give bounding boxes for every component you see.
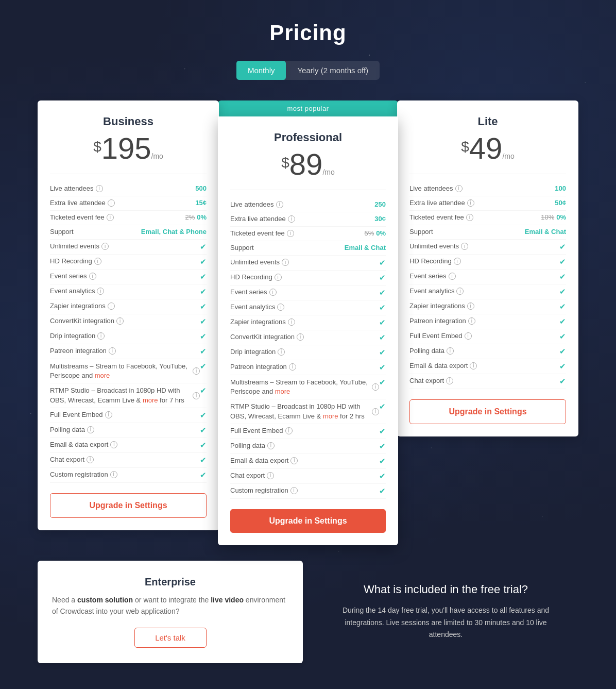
lite-full-embed-info[interactable]: i xyxy=(465,332,472,340)
patreon-info[interactable]: i xyxy=(109,347,116,355)
lite-chat-export-info[interactable]: i xyxy=(446,377,453,384)
pro-custom-reg-info[interactable]: i xyxy=(290,487,298,494)
business-ticket-old-fee: 2% xyxy=(185,213,195,221)
lite-hd-info[interactable]: i xyxy=(454,258,461,265)
lets-talk-button[interactable]: Let's talk xyxy=(134,628,207,648)
pro-polling-info[interactable]: i xyxy=(267,442,275,449)
lite-extra-attendee-value: 50¢ xyxy=(555,199,566,207)
pro-multistreams-info[interactable]: i xyxy=(372,383,379,391)
pro-rtmp-info[interactable]: i xyxy=(372,408,379,415)
lite-zapier-info[interactable]: i xyxy=(467,303,474,310)
pro-chat-export: Chat exporti ✔ xyxy=(230,469,386,484)
zapier-info[interactable]: i xyxy=(108,303,115,310)
free-trial-description: During the 14 day free trial, you'll hav… xyxy=(328,604,564,641)
pro-extra-attendee-info[interactable]: i xyxy=(288,215,295,223)
business-ticket-fee-label: Ticketed event fee i xyxy=(50,213,185,222)
pro-full-embed-info[interactable]: i xyxy=(285,427,293,434)
business-full-embed: Full Event Embedi ✔ xyxy=(50,408,207,423)
pro-event-analytics-info[interactable]: i xyxy=(277,304,284,311)
convertkit-info[interactable]: i xyxy=(116,317,124,325)
pro-live-attendees-info[interactable]: i xyxy=(276,201,283,208)
lite-live-attendees-info[interactable]: i xyxy=(455,185,463,192)
business-support-value: Email, Chat & Phone xyxy=(141,228,207,236)
lite-event-series-info[interactable]: i xyxy=(449,273,456,280)
event-series-info[interactable]: i xyxy=(89,273,96,280)
event-analytics-info[interactable]: i xyxy=(97,288,104,295)
drip-info[interactable]: i xyxy=(97,332,105,340)
business-multistreams: Multistreams – Stream to Facebook, YouTu… xyxy=(50,359,207,383)
lite-event-analytics-info[interactable]: i xyxy=(456,288,464,295)
lite-ticket-old-fee: 10% xyxy=(541,213,554,221)
business-support-label: Support xyxy=(50,228,141,237)
hd-recording-info[interactable]: i xyxy=(94,258,101,265)
lite-full-embed: Full Event Embedi ✔ xyxy=(409,329,566,344)
live-attendees-info-icon[interactable]: i xyxy=(96,185,103,192)
chat-export-info[interactable]: i xyxy=(87,456,94,463)
business-upgrade-button[interactable]: Upgrade in Settings xyxy=(50,493,207,518)
check-zapier: ✔ xyxy=(200,302,207,311)
rtmp-info[interactable]: i xyxy=(193,392,200,399)
pro-unlimited-events-info[interactable]: i xyxy=(282,259,289,266)
rtmp-more-link-business[interactable]: more xyxy=(143,396,158,404)
lite-ticket-fee-info[interactable]: i xyxy=(466,214,473,221)
pro-multistreams: Multistreams – Stream to Facebook, YouTu… xyxy=(230,375,386,399)
lite-zapier: Zapier integrationsi ✔ xyxy=(409,299,566,314)
email-export-info[interactable]: i xyxy=(110,441,117,448)
polling-info[interactable]: i xyxy=(87,426,94,433)
pro-convertkit-info[interactable]: i xyxy=(297,333,304,341)
lite-features: Live attendees i 100 Extra live attendee… xyxy=(409,174,566,389)
multistreams-more-link[interactable]: more xyxy=(95,372,110,379)
pro-multistreams-more[interactable]: more xyxy=(275,388,290,395)
business-polling: Polling datai ✔ xyxy=(50,423,207,438)
monthly-button[interactable]: Monthly xyxy=(236,61,286,80)
lite-extra-attendee-info[interactable]: i xyxy=(467,199,474,207)
pro-support-row: Support Email & Chat xyxy=(230,241,386,256)
pro-drip-info[interactable]: i xyxy=(278,348,285,356)
pro-event-series: Event seriesi ✔ xyxy=(230,285,386,300)
check-multistreams: ✔ xyxy=(200,362,207,371)
lite-email-export-info[interactable]: i xyxy=(470,362,477,369)
lite-event-analytics: Event analyticsi ✔ xyxy=(409,284,566,299)
extra-attendee-info-icon[interactable]: i xyxy=(108,199,115,207)
plans-grid: Business $195/mo Live attendees i 500 Ex… xyxy=(38,100,578,545)
multistreams-info[interactable]: i xyxy=(193,367,200,375)
pro-email-export-info[interactable]: i xyxy=(290,457,298,464)
pro-ticket-fee-info[interactable]: i xyxy=(287,230,294,237)
lite-upgrade-button[interactable]: Upgrade in Settings xyxy=(409,399,566,424)
custom-registration-info[interactable]: i xyxy=(110,471,117,478)
pro-convertkit: ConvertKit integrationi ✔ xyxy=(230,330,386,345)
pro-email-export: Email & data exporti ✔ xyxy=(230,454,386,469)
pro-rtmp-more[interactable]: more xyxy=(323,412,338,420)
business-features: Live attendees i 500 Extra live attendee… xyxy=(50,174,207,483)
full-embed-info[interactable]: i xyxy=(105,411,112,418)
pro-event-series-info[interactable]: i xyxy=(269,289,277,296)
pro-hd-info[interactable]: i xyxy=(275,274,282,281)
lite-ticket-new-fee: 0% xyxy=(556,213,566,221)
lite-live-attendees-value: 100 xyxy=(555,184,566,192)
business-extra-attendee-label: Extra live attendee i xyxy=(50,199,195,208)
business-email-export: Email & data exporti ✔ xyxy=(50,438,207,453)
pro-chat-export-info[interactable]: i xyxy=(267,472,274,479)
business-plan-name: Business xyxy=(50,115,207,128)
yearly-button[interactable]: Yearly (2 months off) xyxy=(286,61,380,80)
lite-polling-info[interactable]: i xyxy=(447,347,454,355)
unlimited-events-info[interactable]: i xyxy=(101,243,109,250)
professional-upgrade-button[interactable]: Upgrade in Settings xyxy=(230,509,386,533)
free-trial-card: What is included in the free trial? Duri… xyxy=(313,561,578,663)
ticket-fee-info-icon[interactable]: i xyxy=(107,214,114,221)
business-drip: Drip integrationi ✔ xyxy=(50,329,207,344)
lite-unlimited-info[interactable]: i xyxy=(461,243,468,250)
lite-chat-export: Chat exporti ✔ xyxy=(409,374,566,389)
pro-zapier-info[interactable]: i xyxy=(288,318,295,326)
pro-hd-recording: HD Recordingi ✔ xyxy=(230,271,386,285)
pro-ticket-new-fee: 0% xyxy=(376,229,386,237)
pro-patreon-info[interactable]: i xyxy=(289,363,296,371)
pro-live-attendees-label: Live attendees i xyxy=(230,200,374,209)
lite-patreon-info[interactable]: i xyxy=(468,317,475,325)
lite-ticket-fee-row: Ticketed event fee i 10% 0% xyxy=(409,211,566,225)
pro-rtmp: RTMP Studio – Broadcast in 1080p HD with… xyxy=(230,399,386,424)
page-content: Pricing Monthly Yearly (2 months off) Bu… xyxy=(38,21,578,663)
professional-price-period: /mo xyxy=(322,168,334,176)
business-rtmp: RTMP Studio – Broadcast in 1080p HD with… xyxy=(50,383,207,408)
pro-unlimited-events: Unlimited eventsi ✔ xyxy=(230,256,386,271)
